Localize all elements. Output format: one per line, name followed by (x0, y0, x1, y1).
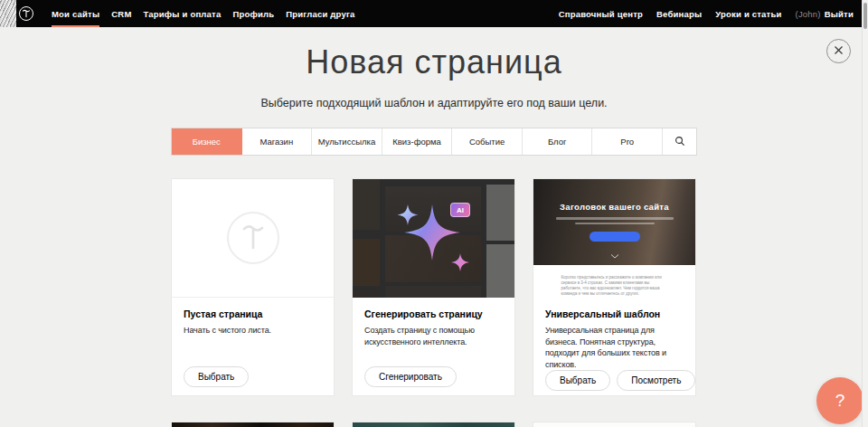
card-blank-page: Пустая страница Начать с чистого листа. … (171, 178, 335, 396)
card-buttons: Выбрать (184, 366, 324, 387)
nav-item-invite-friend[interactable]: Пригласи друга (286, 0, 354, 27)
tab-pro[interactable]: Pro (592, 128, 663, 155)
view-button[interactable]: Посмотреть (617, 370, 695, 391)
nav-item-tariffs[interactable]: Тарифы и оплата (144, 0, 222, 27)
question-mark-icon: ? (835, 391, 845, 411)
template-category-tabs: Бизнес Магазин Мультиссылка Квиз-форма С… (171, 128, 697, 156)
ai-badge: AI (450, 203, 470, 217)
logout-link[interactable]: (John) Выйти (796, 0, 854, 27)
template-preview-partial[interactable] (353, 422, 514, 427)
help-button[interactable]: ? (816, 377, 863, 424)
search-icon (675, 136, 685, 148)
card-universal-template: Заголовок вашего сайта Коротко представь… (533, 178, 696, 396)
template-text-section: Коротко представьтесь и расскажите о ком… (533, 265, 695, 298)
main-nav: Мои сайты CRM Тарифы и оплата Профиль Пр… (52, 0, 355, 27)
card-partial (533, 422, 696, 427)
nav-item-webinars[interactable]: Вебинары (656, 0, 702, 27)
nav-item-profile[interactable]: Профиль (232, 0, 274, 27)
tab-business[interactable]: Бизнес (172, 128, 242, 155)
pattern-texture (0, 0, 16, 27)
user-name: (John) (796, 9, 821, 19)
tab-multilink[interactable]: Мультиссылка (312, 128, 382, 155)
card-body: Пустая страница Начать с чистого листа. … (172, 298, 334, 395)
nav-item-crm[interactable]: CRM (111, 0, 131, 27)
nav-item-lessons[interactable]: Уроки и статьи (715, 0, 781, 27)
tilda-watermark-icon (240, 221, 267, 255)
close-icon (834, 44, 844, 58)
card-title: Пустая страница (184, 308, 324, 319)
blank-page-preview[interactable] (172, 179, 334, 298)
chevron-down-icon (610, 246, 618, 262)
page-subtitle: Выберите подходящий шаблон и адаптируйте… (0, 97, 868, 109)
template-hero: Заголовок вашего сайта (533, 179, 695, 265)
template-paragraph: Коротко представьтесь и расскажите о ком… (561, 275, 668, 297)
card-title: Универсальный шаблон (545, 308, 685, 319)
nav-item-help-center[interactable]: Справочный центр (559, 0, 643, 27)
template-hero-subtitle-line (575, 223, 655, 225)
logout-label: Выйти (825, 9, 854, 19)
card-description: Универсальная страница для бизнеса. Поня… (545, 325, 685, 370)
choose-button[interactable]: Выбрать (184, 366, 249, 387)
card-title: Сгенерировать страницу (364, 308, 505, 319)
template-preview-partial[interactable] (533, 422, 695, 427)
page-title: Новая страница (0, 43, 868, 81)
ai-generate-preview[interactable]: AI (353, 179, 514, 298)
close-button[interactable] (826, 39, 851, 63)
card-partial (171, 422, 335, 427)
template-hero-title: Заголовок вашего сайта (533, 179, 695, 212)
card-partial (352, 422, 515, 427)
nav-item-my-sites[interactable]: Мои сайты (52, 0, 99, 27)
tab-blog[interactable]: Блог (523, 128, 593, 155)
top-bar: Мои сайты CRM Тарифы и оплата Профиль Пр… (0, 0, 868, 27)
choose-button[interactable]: Выбрать (545, 370, 610, 391)
card-body: Универсальный шаблон Универсальная стран… (533, 298, 695, 399)
tab-event[interactable]: Событие (452, 128, 523, 155)
tab-quiz-form[interactable]: Квиз-форма (382, 128, 453, 155)
scrollbar-track[interactable] (862, 0, 868, 427)
template-cards-row-partial (171, 422, 696, 427)
generate-button[interactable]: Сгенерировать (364, 366, 457, 387)
secondary-nav: Справочный центр Вебинары Уроки и статьи… (559, 0, 854, 27)
template-cta-button (590, 232, 640, 242)
scrollbar-thumb[interactable] (863, 3, 867, 29)
search-tab[interactable] (663, 128, 696, 155)
card-buttons: Выбрать Посмотреть (545, 370, 685, 391)
template-hero-subtitle-line (556, 217, 674, 220)
tilda-icon (22, 5, 31, 22)
card-ai-generate: AI Сгенерировать страницу Создать страни… (352, 178, 515, 396)
template-preview-partial[interactable] (172, 422, 334, 427)
card-description: Начать с чистого листа. (184, 325, 324, 337)
universal-template-preview[interactable]: Заголовок вашего сайта Коротко представь… (533, 179, 695, 298)
tilda-watermark-circle (227, 212, 279, 264)
card-buttons: Сгенерировать (364, 366, 505, 387)
template-cards-row: Пустая страница Начать с чистого листа. … (171, 178, 696, 396)
card-body: Сгенерировать страницу Создать страницу … (353, 298, 514, 395)
tab-shop[interactable]: Магазин (242, 128, 313, 155)
tilda-logo[interactable] (19, 6, 33, 21)
card-description: Создать страницу с помощью искусственног… (364, 325, 505, 347)
